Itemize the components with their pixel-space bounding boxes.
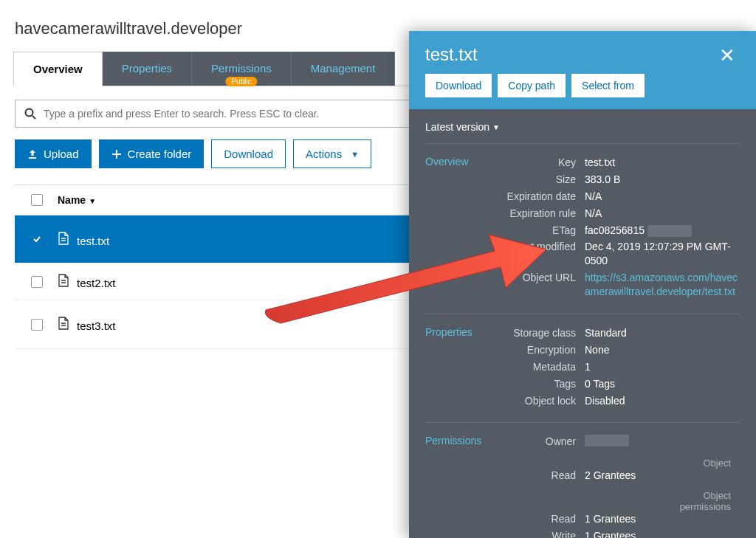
panel-title: test.txt	[425, 44, 715, 65]
kv-value: test.txt	[585, 156, 740, 170]
svg-point-0	[26, 109, 33, 117]
panel-select-from-button[interactable]: Select from	[571, 74, 645, 97]
svg-rect-3	[112, 154, 121, 155]
tab-permissions[interactable]: Permissions Public	[192, 52, 292, 86]
tab-management[interactable]: Management	[292, 52, 396, 86]
kv-value: 1	[585, 360, 740, 374]
row-checkbox[interactable]	[31, 233, 43, 245]
kv-key: Write	[498, 529, 585, 538]
kv-key: Expiration rule	[498, 207, 585, 221]
kv-key: Metadata	[498, 360, 585, 374]
public-badge: Public	[225, 77, 257, 86]
overview-section-title: Overview	[425, 156, 498, 302]
detail-panel: test.txt Download Copy path Select from …	[409, 31, 756, 538]
kv-value: 1 Grantees	[585, 529, 740, 538]
file-name: test.txt	[77, 235, 109, 247]
properties-section-title: Properties	[425, 326, 498, 410]
permissions-section-title: Permissions	[425, 435, 498, 538]
kv-key: Object lock	[498, 394, 585, 408]
search-icon	[24, 108, 36, 120]
panel-download-button[interactable]: Download	[425, 74, 492, 97]
kv-value: None	[585, 343, 740, 357]
kv-key: Last modified	[498, 240, 585, 268]
kv-key: Tags	[498, 377, 585, 391]
select-all-checkbox[interactable]	[31, 194, 43, 206]
kv-key: Size	[498, 173, 585, 187]
kv-value: N/A	[585, 190, 740, 204]
kv-key: Read	[498, 469, 585, 483]
file-name: test2.txt	[77, 277, 116, 289]
row-checkbox[interactable]	[31, 319, 43, 331]
actions-button[interactable]: Actions ▼	[293, 139, 371, 168]
object-url-link[interactable]: https://s3.amazonaws.com/havecamerawillt…	[585, 271, 740, 299]
tab-permissions-label: Permissions	[211, 62, 272, 75]
kv-key: Key	[498, 156, 585, 170]
kv-value: Disabled	[585, 394, 740, 408]
kv-value: 1 Grantees	[585, 512, 740, 526]
close-icon[interactable]: ✕	[715, 44, 740, 67]
upload-button[interactable]: Upload	[15, 139, 92, 168]
tab-properties[interactable]: Properties	[103, 52, 192, 86]
create-folder-label: Create folder	[128, 148, 192, 160]
chevron-down-icon: ▼	[492, 123, 500, 131]
kv-key: Owner	[498, 435, 585, 450]
upload-icon	[27, 149, 38, 159]
sort-caret-icon: ▼	[89, 197, 96, 205]
actions-label: Actions	[306, 148, 342, 160]
perm-sub-label: Object	[498, 458, 740, 469]
panel-copy-path-button[interactable]: Copy path	[498, 74, 566, 97]
create-folder-button[interactable]: Create folder	[99, 139, 205, 168]
kv-key: Expiration date	[498, 190, 585, 204]
kv-key: Read	[498, 512, 585, 526]
owner-value	[585, 435, 740, 450]
file-icon	[58, 317, 69, 330]
kv-value: 2 Grantees	[585, 469, 740, 483]
plus-icon	[111, 149, 122, 159]
kv-value: N/A	[585, 207, 740, 221]
kv-key: ETag	[498, 224, 585, 238]
row-checkbox[interactable]	[31, 276, 43, 288]
file-icon	[58, 232, 69, 245]
file-name: test3.txt	[77, 320, 116, 332]
tab-overview[interactable]: Overview	[13, 52, 103, 86]
chevron-down-icon: ▼	[351, 150, 359, 159]
file-icon	[58, 274, 69, 287]
kv-value: Standard	[585, 326, 740, 340]
svg-line-1	[32, 116, 35, 119]
kv-key: Object URL	[498, 271, 585, 299]
download-button[interactable]: Download	[211, 139, 286, 168]
kv-value: 383.0 B	[585, 173, 740, 187]
version-dropdown[interactable]: Latest version ▼	[425, 121, 500, 133]
kv-key: Encryption	[498, 343, 585, 357]
kv-value: fac08256815	[585, 224, 740, 238]
kv-key: Storage class	[498, 326, 585, 340]
perm-sub-label: Object permissions	[653, 490, 740, 512]
upload-label: Upload	[44, 148, 79, 160]
kv-value: Dec 4, 2019 12:07:29 PM GMT-0500	[585, 240, 740, 268]
kv-value: 0 Tags	[585, 377, 740, 391]
